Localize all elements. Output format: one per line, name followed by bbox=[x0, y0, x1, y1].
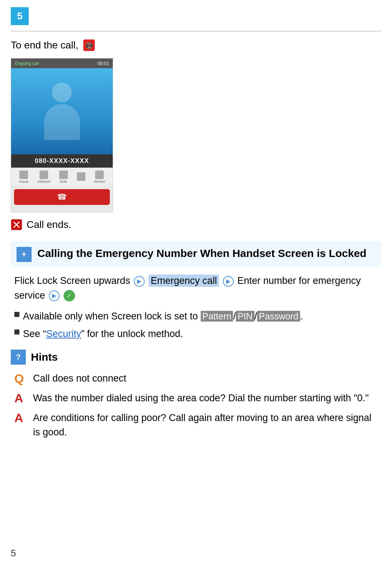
phone-time: 00:01 bbox=[97, 61, 109, 66]
bullet-sq-1 bbox=[14, 312, 19, 317]
hints-icon: ? bbox=[11, 350, 26, 365]
a-letter-1: A bbox=[14, 391, 27, 406]
call-ends-row: Call ends. bbox=[11, 219, 381, 230]
to-end-call-row: To end the call, 📵 bbox=[11, 39, 381, 52]
bullet-item-2: See “Security” for the unlock method. bbox=[14, 327, 378, 341]
phone-controls: Pause Add/conf Mute Record bbox=[11, 168, 113, 186]
call-ends-label: Call ends. bbox=[27, 219, 71, 230]
arrow-icon-1: ▶ bbox=[134, 276, 145, 287]
q-letter-1: Q bbox=[14, 371, 27, 386]
step-badge: 5 bbox=[11, 7, 29, 25]
phone-number: 080-XXXX-XXXX bbox=[35, 157, 89, 164]
pin-highlight: PIN bbox=[236, 311, 255, 322]
bullet-item-1: Available only when Screen lock is set t… bbox=[14, 309, 378, 324]
arrow-icon-3: ▶ bbox=[49, 290, 60, 301]
emergency-section-title: Calling the Emergency Number When Handse… bbox=[37, 246, 367, 260]
svg-text:📵: 📵 bbox=[85, 41, 94, 50]
phone-body bbox=[11, 68, 113, 154]
phone-control-mute: Mute bbox=[59, 170, 68, 183]
end-phone-icon: ☎ bbox=[57, 192, 67, 202]
pattern-highlight: Pattern bbox=[201, 311, 233, 322]
bullet-list: Available only when Screen lock is set t… bbox=[11, 309, 381, 341]
phone-control-pause: Pause bbox=[19, 170, 28, 183]
qa-answer-1: A Was the number dialed using the area c… bbox=[11, 391, 381, 406]
hints-title: Hints bbox=[31, 351, 58, 363]
instruction-flow: Flick Lock Screen upwards ▶ Emergency ca… bbox=[11, 273, 381, 303]
qa-question-1: Q Call does not connect bbox=[11, 371, 381, 386]
qa-question-text-1: Call does not connect bbox=[33, 371, 126, 386]
to-end-call-label: To end the call, bbox=[11, 39, 78, 51]
section-divider bbox=[11, 31, 381, 32]
phone-control-record: Record bbox=[94, 170, 104, 183]
phone-number-bar: 080-XXXX-XXXX bbox=[11, 154, 113, 168]
phone-control-addconf: Add/conf bbox=[37, 170, 50, 183]
call-ends-icon bbox=[11, 219, 22, 230]
a-letter-2: A bbox=[14, 411, 27, 425]
green-phone-icon: ✓ bbox=[64, 290, 75, 301]
phone-ongoing-label: Ongoing call bbox=[15, 61, 39, 66]
avatar-head bbox=[52, 83, 72, 102]
qa-answer-text-2: Are conditions for calling poor? Call ag… bbox=[33, 411, 378, 440]
password-highlight: Password bbox=[257, 311, 300, 322]
qa-answer-2: A Are conditions for calling poor? Call … bbox=[11, 411, 381, 440]
phone-header: Ongoing call 00:01 bbox=[11, 59, 113, 68]
hints-section-heading: ? Hints bbox=[11, 350, 381, 365]
bullet-text-1: Available only when Screen lock is set t… bbox=[23, 309, 303, 324]
emergency-section-heading: + Calling the Emergency Number When Hand… bbox=[11, 241, 381, 267]
instruction-text-1: Flick Lock Screen upwards bbox=[14, 275, 130, 286]
qa-answer-text-1: Was the number dialed using the area cod… bbox=[33, 391, 369, 406]
avatar-body bbox=[44, 104, 80, 140]
end-call-icon: 📵 bbox=[83, 39, 95, 52]
emergency-section-icon: + bbox=[17, 247, 32, 262]
emergency-call-highlight: Emergency call bbox=[149, 275, 219, 287]
arrow-icon-2: ▶ bbox=[223, 276, 234, 287]
phone-end-button: ☎ bbox=[14, 189, 110, 205]
bullet-text-2: See “Security” for the unlock method. bbox=[23, 327, 183, 341]
bullet-sq-2 bbox=[14, 329, 19, 335]
phone-screenshot: Ongoing call 00:01 080-XXXX-XXXX Pause A… bbox=[11, 58, 113, 212]
page-number: 5 bbox=[11, 548, 16, 559]
avatar-silhouette bbox=[42, 83, 82, 140]
phone-control-empty bbox=[77, 172, 85, 182]
security-link[interactable]: Security bbox=[46, 328, 81, 339]
